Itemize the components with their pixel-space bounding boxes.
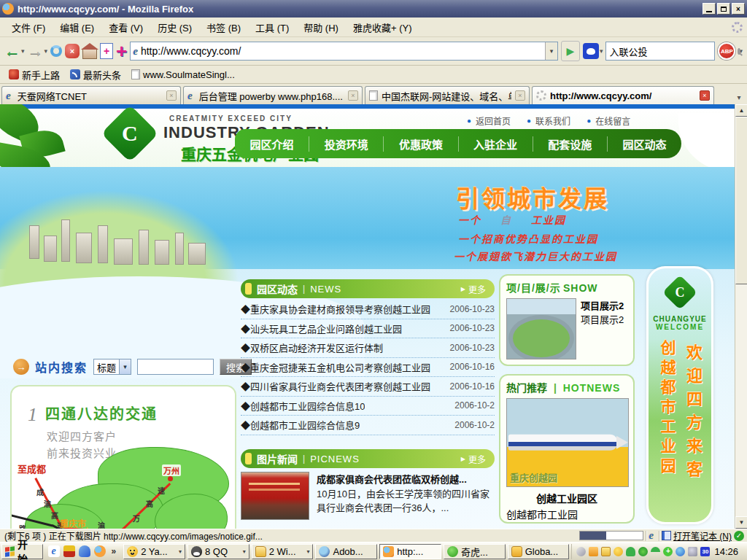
menu-tools[interactable]: 工具 (T) [248,18,296,37]
tab-close-icon[interactable]: × [515,90,525,101]
news-item[interactable]: ◆重庆家具协会建材商报领导考察创越工业园2006-10-23 [241,300,495,319]
scroll-up-icon[interactable]: ▲ [735,104,747,117]
umbrella-tray-icon[interactable] [651,547,660,556]
bookmark-getting-started[interactable]: 新手上路 [6,66,63,83]
bookmark-latest-headlines[interactable]: 最新头条 [67,66,124,83]
task-qihu[interactable]: 奇虎... [444,544,506,559]
restore-button[interactable] [717,3,730,15]
url-input[interactable] [141,45,545,57]
close-button[interactable]: × [732,3,745,15]
site-logo-icon[interactable]: C [101,104,158,162]
chevron-down-icon[interactable]: ▾ [119,359,131,374]
menu-view[interactable]: 查看 (V) [101,18,150,37]
task-firefox-active[interactable]: http:... [379,544,441,559]
download-tray-icon[interactable] [589,547,598,556]
picnews-more-link[interactable]: ▶ 更多 [461,453,486,465]
contact-tray-icon[interactable] [626,547,635,556]
menu-help[interactable]: 帮助 (H) [296,18,346,37]
engine-dropdown-icon[interactable]: ▾ [600,47,603,55]
tab-tcnet[interactable]: e 天蚕网络TCNET × [1,86,181,104]
tab-close-icon[interactable]: × [166,90,177,101]
news-item[interactable]: ◆创越都市工业园综合信息92006-10-2 [241,416,495,435]
welcome-banner[interactable]: C CHUANGYUE WELCOME 创越都市工业园 欢迎四方来客 [646,266,713,524]
menu-history[interactable]: 历史 (S) [150,18,199,37]
input-method-icon[interactable] [576,547,586,556]
task-adobe[interactable]: Adob... [315,544,377,559]
nav-facilities[interactable]: 配套设施 [533,136,607,152]
messenger-tray-icon[interactable] [614,547,623,556]
tab-list-dropdown-icon[interactable]: ▾ [732,90,746,104]
news-item[interactable]: ◆双桥区启动经济开发区运行体制2006-10-23 [241,338,495,358]
forward-dropdown-icon[interactable]: ▾ [44,47,48,55]
back-button[interactable]: ← ▾ [4,40,25,62]
scrollbar-thumb[interactable] [735,117,747,284]
news-item[interactable]: ◆四川省家具行业商会代表团考察创越工业园2006-10-16 [241,377,495,397]
update-tray-icon[interactable]: + [663,547,673,556]
back-dropdown-icon[interactable]: ▾ [21,47,25,55]
quicklaunch-ie-icon[interactable]: e [48,545,60,557]
nav-enterprises[interactable]: 入驻企业 [458,136,533,152]
task-qq-group[interactable]: 8 QQ ▾ [187,544,249,559]
hotnews-caption[interactable]: 创越都市工业园 [506,507,627,521]
tab-admin[interactable]: e 后台管理 powerby www.php168.... × [183,86,363,104]
search-bar[interactable] [605,42,715,61]
stop-button[interactable]: × [65,40,80,62]
overflow-chevron-icon[interactable]: » [109,546,119,556]
start-button[interactable]: 开始 [1,544,43,559]
notebook-icon[interactable] [662,531,671,540]
baidu-search-engine-button[interactable]: ▾ [583,40,603,62]
tab-cqcyy-active[interactable]: http://www.cqcyy.com/ × [532,86,714,104]
new-tab-extension-button[interactable]: + [100,40,113,62]
bookmark-soulmate[interactable]: www.SoulmateSingl... [128,68,238,82]
link-guestbook[interactable]: ●在线留言 [587,114,630,127]
year30-tray-icon[interactable]: 30 [700,547,710,556]
show-caption-bold[interactable]: 项目展示2 [581,298,624,312]
url-dropdown-button[interactable]: ▾ [545,42,557,60]
menu-file[interactable]: 文件 (F) [4,18,53,37]
menu-yahoo-bookmarks[interactable]: 雅虎收藏+ (Y) [346,18,419,37]
clover-tray-icon[interactable] [638,547,648,556]
volume-tray-icon[interactable] [688,547,697,556]
tab-close-icon[interactable]: × [700,90,710,101]
group-dropdown-icon[interactable]: ▾ [243,548,246,555]
task-yahoo-messenger[interactable]: 2 Ya... ▾ [123,544,185,559]
train-photo[interactable]: 重庆创越园 [506,398,629,487]
minimize-button[interactable] [703,3,716,15]
tab-close-icon[interactable]: × [348,90,358,101]
quicklaunch-flashget-icon[interactable] [63,545,75,557]
menu-bookmarks[interactable]: 书签 (B) [199,18,248,37]
add-extension-button[interactable]: + [116,40,127,62]
taskbar-clock[interactable]: 14:26 [713,546,741,557]
group-dropdown-icon[interactable]: ▾ [179,548,182,555]
search-field-select[interactable]: 标题 ▾ [93,359,131,375]
news-item[interactable]: ◆创越都市工业园综合信息102006-10-2 [241,397,495,416]
menu-edit[interactable]: 编辑 (E) [53,18,101,37]
link-contact[interactable]: ●联系我们 [527,114,570,127]
go-button[interactable]: ▶ [561,41,580,61]
quicklaunch-firefox-icon[interactable] [94,545,106,557]
task-global[interactable]: Globa... [508,544,570,559]
link-home[interactable]: ●返回首页 [467,114,511,127]
picnews-article-title[interactable]: 成都家俱商会代表团莅临双桥创越... [317,472,495,486]
url-bar[interactable]: e ▾ [130,42,558,61]
reload-button[interactable] [50,40,62,62]
news-item[interactable]: ◆汕头玩具工艺品企业问路创越工业园2006-10-23 [241,319,495,339]
vertical-scrollbar[interactable]: ▲ ▼ [735,104,747,529]
hotnews-caption-bold[interactable]: 创越工业园区 [506,491,627,505]
site-search-input[interactable] [137,359,214,375]
group-dropdown-icon[interactable]: ▾ [306,548,309,555]
interchange-photo[interactable] [506,298,576,359]
conference-photo[interactable] [241,472,309,520]
nav-preferential-policy[interactable]: 优惠政策 [383,136,457,152]
news-item[interactable]: ◆重庆金冠捷莱五金机电公司考察创越工业园2006-10-16 [241,358,495,378]
network-tray-icon[interactable] [676,547,685,556]
nav-park-news[interactable]: 园区动态 [607,136,681,152]
nav-park-intro[interactable]: 园区介绍 [235,136,309,152]
mail-tray-icon[interactable] [601,547,611,556]
nav-investment-env[interactable]: 投资环境 [309,136,383,152]
quicklaunch-messenger-icon[interactable] [79,545,90,557]
tab-jielian[interactable]: 中国杰联网-网站建设、域名、单线... × [365,86,530,104]
show-caption[interactable]: 项目展示2 [581,312,624,326]
status-check-icon[interactable]: ✓ [734,531,744,541]
ie-tab-status-icon[interactable]: e [649,529,654,542]
